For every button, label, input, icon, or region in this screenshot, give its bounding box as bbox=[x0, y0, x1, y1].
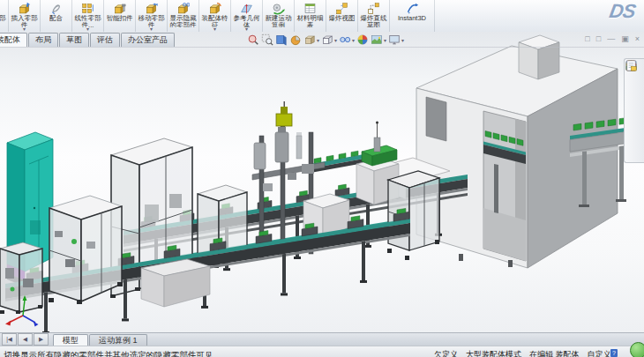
ribbon-button-assembly-features[interactable]: 装配体特征▾ bbox=[199, 0, 231, 32]
ribbon-button-new-motion-study[interactable]: 新建运动算例 bbox=[263, 0, 295, 32]
linear-pattern-icon bbox=[81, 2, 94, 15]
exploded-view-icon bbox=[335, 2, 348, 15]
tab-草图[interactable]: 草图 bbox=[59, 33, 89, 47]
chevron-down-icon[interactable]: ▾ bbox=[401, 37, 404, 43]
notification-balloon-icon[interactable] bbox=[630, 342, 644, 357]
conveyor-part[interactable] bbox=[608, 119, 616, 126]
ribbon-button-explode-line-sketch[interactable]: 爆炸直线草图 bbox=[358, 0, 390, 32]
white-panel-cabinet[interactable] bbox=[49, 196, 123, 304]
conveyor-part[interactable] bbox=[223, 268, 230, 271]
conveyor-part[interactable] bbox=[201, 306, 208, 309]
study-tabs: 模型运动算例 1 bbox=[53, 334, 148, 346]
insert-component-icon bbox=[18, 2, 31, 15]
solidworks-window: 编辑零部件插入零部件▾配合线性零部件...▾智能扣件移动零部件▾显示隐藏的零部件… bbox=[0, 0, 644, 357]
door-opening[interactable] bbox=[483, 111, 526, 261]
dassault-systemes-logo: DS bbox=[608, 0, 637, 23]
section-view-icon[interactable] bbox=[289, 33, 302, 46]
display-style-icon[interactable]: ▾ bbox=[321, 33, 337, 46]
3d-viewport[interactable] bbox=[0, 32, 644, 332]
window-icon-b[interactable]: □ bbox=[596, 33, 601, 44]
ribbon-button-label: Instant3D bbox=[398, 15, 426, 22]
ribbon-button-instant3d[interactable]: Instant3D bbox=[390, 0, 435, 32]
ribbon-button-move-component[interactable]: 移动零部件▾ bbox=[136, 0, 168, 32]
ribbon-button-show-hidden-components[interactable]: 显示隐藏的零部件 bbox=[168, 0, 199, 32]
conveyor-part[interactable] bbox=[585, 123, 593, 130]
zoom-to-fit-icon[interactable] bbox=[247, 33, 259, 46]
ribbon-button-reference-geometry[interactable]: 参考几何体▾ bbox=[231, 0, 263, 32]
tab-运动算例 1[interactable]: 运动算例 1 bbox=[89, 334, 147, 346]
gray-box[interactable] bbox=[141, 259, 210, 307]
bill-of-materials-icon bbox=[303, 2, 317, 15]
restore-button[interactable]: ▣ bbox=[621, 33, 629, 44]
conveyor-part[interactable] bbox=[360, 280, 367, 283]
instant3d-icon bbox=[406, 2, 419, 15]
new-motion-study-icon bbox=[272, 2, 285, 15]
command-manager-ribbon: 编辑零部件插入零部件▾配合线性零部件...▾智能扣件移动零部件▾显示隐藏的零部件… bbox=[0, 0, 644, 33]
ribbon-button-label: 爆炸直线草图 bbox=[359, 15, 388, 27]
conveyor-part[interactable] bbox=[122, 318, 129, 321]
ribbon-button-edit-component[interactable]: 编辑零部件 bbox=[0, 0, 9, 32]
ribbon-button-insert-component[interactable]: 插入零部件▾ bbox=[9, 0, 41, 32]
status-items: 欠定义大型装配体模式在编辑 装配体自定义 bbox=[434, 349, 611, 357]
conveyor-part[interactable] bbox=[294, 257, 301, 259]
conveyor-part[interactable] bbox=[596, 121, 604, 128]
tab-装配体[interactable]: 装配体 bbox=[0, 33, 27, 47]
ribbon-button-label: 插入零部件 bbox=[10, 15, 39, 27]
assembly-features-icon bbox=[208, 2, 221, 15]
study-tab-bar: |◀◀▶ 模型运动算例 1 bbox=[0, 332, 644, 346]
ribbon-button-label: 爆炸视图 bbox=[329, 15, 356, 22]
tab-scroll-left[interactable]: ◀ bbox=[18, 333, 33, 346]
ribbon-button-exploded-view[interactable]: 爆炸视图 bbox=[326, 0, 358, 32]
tab-布局[interactable]: 布局 bbox=[28, 33, 58, 47]
ribbon-button-label: 线性零部件... bbox=[73, 15, 102, 27]
green-fixture[interactable] bbox=[362, 122, 397, 167]
status-item: 在编辑 装配体 bbox=[529, 349, 580, 357]
ribbon-button-mate[interactable]: 配合 bbox=[41, 0, 72, 32]
conveyor-part[interactable] bbox=[573, 123, 581, 130]
ribbon-button-linear-pattern[interactable]: 线性零部件...▾ bbox=[72, 0, 104, 32]
chevron-down-icon[interactable]: ▾ bbox=[317, 37, 319, 43]
ribbon-button-label: 装配体特征 bbox=[200, 15, 229, 27]
apply-scene-icon[interactable]: ▾ bbox=[371, 33, 386, 46]
status-item: 自定义 bbox=[588, 349, 611, 357]
mate-icon bbox=[49, 2, 63, 15]
conveyor-part[interactable] bbox=[362, 241, 365, 280]
show-hidden-components-icon bbox=[176, 2, 190, 15]
tab-办公室产品[interactable]: 办公室产品 bbox=[121, 33, 175, 47]
assembly-model-scene[interactable] bbox=[0, 32, 644, 332]
ribbon-button-label: 编辑零部件 bbox=[0, 15, 7, 27]
edit-appearance-icon[interactable] bbox=[356, 33, 369, 46]
ribbon-button-bill-of-materials[interactable]: 材料明细表 bbox=[295, 0, 326, 32]
view-settings-icon[interactable]: ▾ bbox=[388, 33, 404, 46]
ribbon-button-smart-fasteners[interactable]: 智能扣件 bbox=[104, 0, 136, 32]
ribbon-button-label: 移动零部件 bbox=[137, 15, 166, 27]
chevron-down-icon[interactable]: ▾ bbox=[334, 37, 337, 43]
window-icon-a[interactable]: □ bbox=[585, 33, 589, 44]
tab-评估[interactable]: 评估 bbox=[90, 33, 120, 47]
view-orientation-icon[interactable]: ▾ bbox=[303, 33, 319, 46]
previous-view-icon[interactable] bbox=[275, 33, 288, 46]
far-left-machine[interactable] bbox=[0, 242, 42, 314]
motor-unit[interactable] bbox=[276, 101, 292, 126]
tab-模型[interactable]: 模型 bbox=[53, 334, 88, 346]
conveyor-part[interactable] bbox=[281, 293, 288, 295]
task-pane-tabs bbox=[624, 58, 644, 163]
chevron-down-icon[interactable]: ▾ bbox=[384, 37, 386, 43]
conveyor-part[interactable] bbox=[44, 292, 48, 331]
chevron-down-icon[interactable]: ▾ bbox=[352, 37, 355, 43]
reference-geometry-icon bbox=[240, 2, 253, 15]
minimize-button[interactable]: — bbox=[607, 33, 615, 44]
close-button[interactable]: × bbox=[635, 33, 640, 44]
help-icon[interactable]: ? bbox=[610, 349, 618, 357]
ribbon-button-label: 配合 bbox=[49, 15, 63, 22]
tab-scroll-start[interactable]: |◀ bbox=[2, 333, 17, 346]
zoom-to-area-icon[interactable] bbox=[261, 33, 273, 46]
ribbon-buttons: 编辑零部件插入零部件▾配合线性零部件...▾智能扣件移动零部件▾显示隐藏的零部件… bbox=[0, 0, 435, 32]
side-window-slot bbox=[426, 97, 446, 141]
conveyor-part[interactable] bbox=[124, 279, 127, 319]
conveyor-part[interactable] bbox=[364, 245, 371, 248]
window-controls: □□—▣× bbox=[585, 33, 640, 44]
conveyor-part[interactable] bbox=[282, 254, 286, 294]
tab-scroll-right[interactable]: ▶ bbox=[34, 333, 49, 346]
hide-show-items-icon[interactable]: ▾ bbox=[339, 33, 355, 46]
